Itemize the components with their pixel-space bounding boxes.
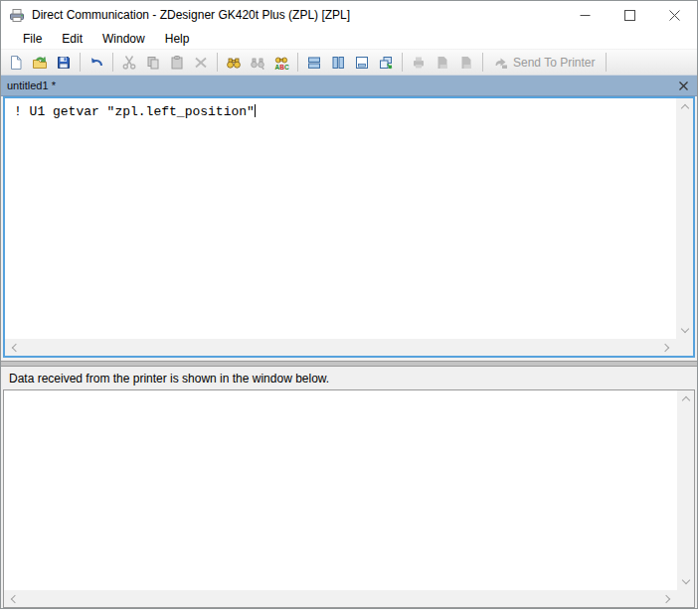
find-next-icon	[250, 55, 265, 71]
scroll-left-arrow-icon[interactable]	[11, 594, 19, 602]
send-to-printer-button[interactable]: Send To Printer	[487, 51, 602, 74]
delete-icon	[193, 55, 209, 71]
scroll-down-arrow-icon[interactable]	[681, 576, 689, 584]
printer-action-icon-1	[411, 55, 427, 71]
split-vertical-button[interactable]	[326, 51, 350, 74]
zpl-command-editor-panel: ! U1 getvar "zpl.left_position"	[3, 96, 695, 358]
printer-action-button-2[interactable]	[431, 51, 454, 74]
toolbar-separator	[217, 53, 218, 72]
toolbar-separator	[297, 53, 298, 72]
received-data-output[interactable]	[4, 390, 677, 590]
copy-button[interactable]	[141, 51, 165, 74]
toolbar: A B C	[1, 49, 697, 76]
received-data-panel	[3, 389, 695, 608]
toolbar-separator	[112, 53, 113, 72]
output-horizontal-scrollbar[interactable]	[4, 590, 677, 607]
close-button[interactable]	[652, 1, 697, 29]
delete-button[interactable]	[189, 51, 213, 74]
open-icon	[32, 55, 48, 71]
save-button[interactable]	[52, 51, 76, 74]
toolbar-separator	[482, 53, 483, 72]
cut-button[interactable]	[117, 51, 141, 74]
single-window-button[interactable]	[350, 51, 374, 74]
cut-icon	[121, 55, 137, 71]
editor-horizontal-scrollbar[interactable]	[5, 339, 676, 356]
scroll-right-arrow-icon[interactable]	[661, 343, 669, 351]
split-horizontal-icon	[306, 55, 322, 71]
minimize-icon	[580, 10, 591, 21]
menu-file[interactable]: File	[13, 30, 52, 48]
title-bar: Direct Communication - ZDesigner GK420t …	[1, 1, 697, 29]
tab-close-button[interactable]	[675, 77, 691, 93]
zpl-command-text: ! U1 getvar "zpl.left_position"	[14, 104, 255, 119]
replace-button[interactable]: A B C	[269, 51, 293, 74]
find-next-button[interactable]	[246, 51, 269, 74]
save-icon	[56, 55, 72, 71]
app-window: Direct Communication - ZDesigner GK420t …	[0, 0, 698, 609]
document-tab-bar: untitled1 *	[1, 76, 697, 96]
printer-action-button-1[interactable]	[407, 51, 431, 74]
new-file-button[interactable]	[4, 51, 28, 74]
toolbar-separator	[402, 53, 403, 72]
scrollbar-corner	[677, 590, 694, 607]
scroll-up-arrow-icon[interactable]	[681, 396, 689, 404]
output-vertical-scrollbar[interactable]	[677, 390, 694, 590]
text-caret	[255, 104, 256, 117]
undo-button[interactable]	[85, 51, 108, 74]
printer-action-button-3[interactable]	[454, 51, 478, 74]
menu-bar: File Edit Window Help	[1, 29, 697, 49]
cascade-windows-button[interactable]	[374, 51, 398, 74]
open-file-button[interactable]	[28, 51, 52, 74]
replace-icon: A B C	[273, 55, 289, 71]
maximize-icon	[624, 10, 635, 21]
find-button[interactable]	[222, 51, 246, 74]
close-icon	[669, 10, 680, 21]
undo-icon	[88, 55, 104, 71]
split-horizontal-button[interactable]	[302, 51, 326, 74]
copy-icon	[145, 55, 161, 71]
window-title: Direct Communication - ZDesigner GK420t …	[32, 8, 350, 22]
maximize-button[interactable]	[608, 1, 652, 29]
scroll-left-arrow-icon[interactable]	[12, 343, 20, 351]
app-printer-icon	[9, 7, 25, 23]
menu-help[interactable]: Help	[155, 30, 200, 48]
minimize-button[interactable]	[563, 1, 608, 29]
scroll-down-arrow-icon[interactable]	[680, 325, 688, 333]
paste-button[interactable]	[165, 51, 189, 74]
menu-edit[interactable]: Edit	[52, 30, 92, 48]
menu-window[interactable]: Window	[92, 30, 155, 48]
toolbar-separator	[606, 53, 607, 72]
find-icon	[226, 55, 242, 71]
svg-text:C: C	[284, 64, 289, 71]
window-controls	[563, 1, 697, 29]
split-vertical-icon	[330, 55, 346, 71]
panel-splitter[interactable]	[1, 361, 697, 367]
send-to-printer-label: Send To Printer	[513, 56, 596, 70]
scroll-right-arrow-icon[interactable]	[662, 594, 670, 602]
send-to-printer-icon	[493, 55, 509, 71]
scrollbar-corner	[676, 339, 693, 356]
printer-action-icon-3	[458, 55, 474, 71]
zpl-command-editor[interactable]: ! U1 getvar "zpl.left_position"	[5, 98, 676, 339]
single-window-icon	[354, 55, 370, 71]
received-data-label: Data received from the printer is shown …	[1, 369, 697, 389]
editor-vertical-scrollbar[interactable]	[676, 98, 693, 339]
toolbar-separator	[80, 53, 81, 72]
scroll-up-arrow-icon[interactable]	[680, 104, 688, 112]
tab-untitled1[interactable]: untitled1 *	[7, 79, 56, 91]
printer-action-icon-2	[435, 55, 450, 71]
paste-icon	[169, 55, 185, 71]
new-icon	[8, 55, 24, 71]
cascade-windows-icon	[378, 55, 394, 71]
tab-close-icon	[679, 81, 688, 90]
